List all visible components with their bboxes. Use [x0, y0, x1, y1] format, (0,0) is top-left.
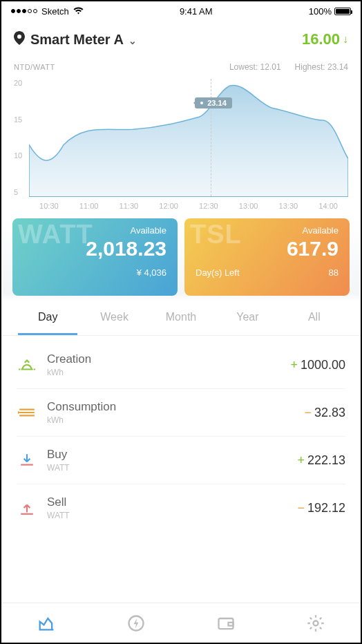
status-bar: Sketch 9:41 AM 100% [1, 1, 361, 21]
row-value: +1000.00 [290, 358, 345, 372]
watt-card[interactable]: WATT Available 2,018.23 ¥ 4,036 [12, 218, 178, 296]
row-consumption[interactable]: Consumption kWh −32.83 [17, 389, 345, 437]
x-axis: 10:30 11:00 11:30 12:00 12:30 13:00 13:3… [29, 202, 348, 210]
header-value: 16.00 ↓ [302, 30, 348, 48]
app-frame: { "status": { "carrier": "Sketch", "time… [0, 0, 362, 644]
tab-year[interactable]: Year [218, 311, 277, 335]
location-pin-icon [14, 31, 25, 48]
range-tabs: Day Week Month Year All [1, 301, 361, 336]
row-unit: WATT [47, 463, 70, 473]
download-icon [17, 452, 37, 468]
tsl-available-label: Available [196, 225, 339, 236]
tsl-card[interactable]: TSL Available 617.9 Day(s) Left 88 [184, 218, 350, 296]
chart-callout: 23.14 [195, 97, 232, 108]
bottom-tabbar [1, 603, 361, 643]
header: Smart Meter A ⌄ 16.00 ↓ [1, 21, 361, 57]
svg-rect-2 [229, 622, 234, 625]
row-title: Creation [47, 352, 91, 366]
status-time: 9:41 AM [84, 6, 309, 17]
watt-sub-right: ¥ 4,036 [137, 267, 166, 278]
tsl-sub-right: 88 [329, 267, 339, 278]
upload-icon [17, 500, 37, 516]
svg-rect-1 [219, 618, 234, 629]
chart-cursor-line [211, 79, 211, 196]
y-axis: 20 15 10 5 [14, 79, 29, 210]
row-unit: kWh [47, 415, 116, 425]
tab-all[interactable]: All [285, 311, 344, 335]
row-value: −192.12 [297, 501, 345, 515]
tabbar-energy[interactable] [91, 603, 181, 643]
summary-cards: WATT Available 2,018.23 ¥ 4,036 TSL Avai… [3, 218, 359, 301]
row-value: +222.13 [297, 453, 345, 468]
header-value-number: 16.00 [302, 30, 340, 48]
arrow-down-icon: ↓ [343, 33, 348, 46]
lines-icon [17, 404, 37, 421]
wifi-icon [73, 6, 84, 17]
status-right: 100% [309, 6, 351, 17]
tab-day[interactable]: Day [18, 311, 77, 335]
tabbar-wallet[interactable] [181, 603, 271, 643]
chevron-down-icon: ⌄ [128, 35, 137, 46]
row-title: Sell [47, 495, 70, 509]
battery-pct: 100% [309, 6, 332, 17]
chart-header: NTD/WATT Lowest: 12.01 Highest: 23.14 [14, 62, 348, 72]
row-title: Buy [47, 448, 70, 462]
watt-available-label: Available [23, 225, 166, 236]
stats-list: Creation kWh +1000.00 Consumption kWh −3… [1, 336, 361, 534]
chart-area[interactable]: 20 15 10 5 23.14 [14, 79, 348, 210]
meter-name-label: Smart Meter A [30, 32, 123, 47]
chart-lowest: Lowest: 12.01 [229, 62, 281, 72]
meter-selector[interactable]: Smart Meter A ⌄ [30, 32, 137, 48]
sunrise-icon [17, 357, 37, 373]
row-title: Consumption [47, 400, 116, 414]
tabbar-settings[interactable] [271, 603, 361, 643]
area-path-icon [29, 79, 348, 197]
status-left: Sketch [11, 6, 84, 17]
chart-highest: Highest: 23.14 [295, 62, 348, 72]
chart-unit: NTD/WATT [14, 63, 55, 71]
tab-week[interactable]: Week [84, 311, 144, 335]
chart-section: NTD/WATT Lowest: 12.01 Highest: 23.14 20… [1, 57, 361, 218]
row-sell[interactable]: Sell WATT −192.12 [17, 484, 345, 531]
row-unit: WATT [47, 511, 70, 520]
row-unit: kWh [47, 368, 91, 377]
row-buy[interactable]: Buy WATT +222.13 [17, 437, 345, 484]
tabbar-chart[interactable] [1, 603, 91, 643]
row-value: −32.83 [304, 406, 345, 420]
signal-dots-icon [11, 9, 37, 13]
tsl-sub-left: Day(s) Left [196, 267, 240, 278]
battery-icon [334, 8, 351, 15]
svg-point-3 [314, 621, 318, 625]
row-creation[interactable]: Creation kWh +1000.00 [17, 341, 345, 389]
tab-month[interactable]: Month [151, 311, 211, 335]
carrier-label: Sketch [41, 6, 69, 17]
chart-plot: 23.14 10:30 11:00 11:30 12:00 12:30 13:0… [29, 79, 348, 210]
